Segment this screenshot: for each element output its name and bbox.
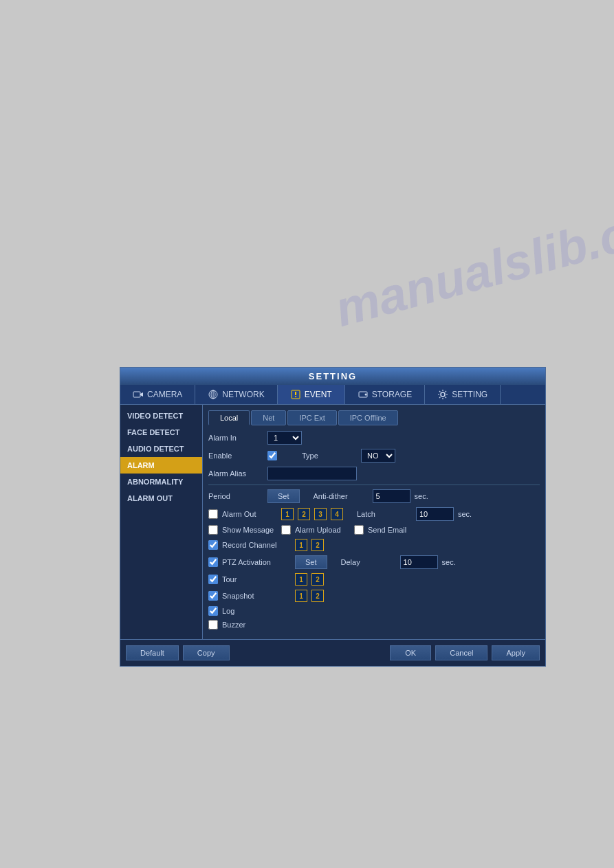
apply-button[interactable]: Apply [492, 645, 540, 660]
buzzer-label: Buzzer [222, 621, 277, 629]
alarm-out-num-1[interactable]: 1 [281, 508, 294, 520]
tour-checkbox[interactable] [208, 575, 218, 584]
sidebar-item-alarm-out[interactable]: ALARM OUT [120, 490, 202, 507]
tour-num-2[interactable]: 2 [311, 573, 324, 586]
sidebar-item-alarm[interactable]: ALARM [120, 457, 202, 474]
enable-type-row: Enable Type NO NC [208, 449, 540, 463]
period-set-button[interactable]: Set [267, 489, 300, 503]
type-select[interactable]: NO NC [361, 449, 395, 463]
ptz-activation-label: PTZ Activation [222, 558, 291, 566]
snapshot-num-1[interactable]: 1 [295, 590, 307, 602]
watermark: manualslib.com [329, 186, 614, 337]
nav-camera[interactable]: CAMERA [120, 385, 195, 404]
tab-local[interactable]: Local [208, 410, 250, 425]
alarm-alias-input[interactable] [267, 467, 357, 480]
default-button[interactable]: Default [126, 645, 179, 660]
camera-icon [133, 389, 144, 400]
alarm-in-label: Alarm In [208, 434, 263, 442]
alarm-out-num-4[interactable]: 4 [331, 508, 343, 520]
sidebar-item-audio-detect[interactable]: AUDIO DETECT [120, 441, 202, 457]
nav-event[interactable]: EVENT [278, 385, 345, 404]
enable-checkbox[interactable] [267, 451, 277, 460]
alarm-out-num-2[interactable]: 2 [298, 508, 310, 520]
bottom-left-buttons: Default Copy [126, 645, 230, 660]
alarm-in-row: Alarm In 1 2 3 4 [208, 431, 540, 445]
nav-storage[interactable]: STORAGE [345, 385, 425, 404]
storage-icon [358, 389, 369, 400]
sec-label-2: sec. [458, 510, 472, 518]
snapshot-row: Snapshot 1 2 [208, 590, 540, 602]
event-icon [290, 389, 301, 400]
form-section: Alarm In 1 2 3 4 Enable Type NO NC [208, 431, 540, 630]
tour-row: Tour 1 2 [208, 573, 540, 586]
type-label: Type [302, 452, 357, 460]
delay-label: Delay [341, 558, 396, 566]
tab-ipc-offline[interactable]: IPC Offline [338, 410, 398, 425]
enable-label: Enable [208, 452, 263, 460]
alarm-out-checkbox[interactable] [208, 509, 218, 519]
buzzer-row: Buzzer [208, 620, 540, 630]
alarm-out-label: Alarm Out [222, 510, 277, 518]
nav-network[interactable]: NETWORK [195, 385, 277, 404]
send-email-checkbox[interactable] [354, 525, 364, 535]
alarm-upload-label: Alarm Upload [295, 526, 350, 534]
show-message-checkbox[interactable] [208, 525, 218, 535]
alarm-alias-row: Alarm Alias [208, 467, 540, 480]
buzzer-checkbox[interactable] [208, 620, 218, 630]
log-label: Log [222, 607, 277, 615]
snapshot-label: Snapshot [222, 592, 291, 600]
settings-dialog: SETTING CAMERA NETWORK EVENT [120, 367, 546, 667]
record-num-1[interactable]: 1 [295, 539, 307, 551]
sidebar-item-face-detect[interactable]: FACE DETECT [120, 424, 202, 441]
ptz-set-button[interactable]: Set [295, 555, 327, 569]
tab-ipc-ext[interactable]: IPC Ext [287, 410, 336, 425]
tour-num-1[interactable]: 1 [295, 573, 307, 586]
alarm-in-select[interactable]: 1 2 3 4 [267, 431, 302, 445]
ptz-activation-checkbox[interactable] [208, 557, 218, 567]
cancel-button[interactable]: Cancel [435, 645, 487, 660]
log-checkbox[interactable] [208, 606, 218, 616]
svg-point-10 [441, 392, 445, 397]
show-message-label: Show Message [222, 526, 277, 534]
sidebar-item-abnormality[interactable]: ABNORMALITY [120, 474, 202, 490]
period-row: Period Set Anti-dither sec. [208, 489, 540, 503]
network-icon [208, 389, 219, 400]
dialog-title: SETTING [120, 368, 545, 385]
alarm-out-row: Alarm Out 1 2 3 4 Latch sec. [208, 507, 540, 521]
sub-tabs: Local Net IPC Ext IPC Offline [208, 410, 540, 425]
sidebar: VIDEO DETECT FACE DETECT AUDIO DETECT AL… [120, 405, 203, 639]
sec-label-3: sec. [442, 558, 456, 566]
record-channel-checkbox[interactable] [208, 540, 218, 550]
anti-dither-label: Anti-dither [314, 492, 369, 500]
svg-point-9 [364, 394, 366, 396]
tour-label: Tour [222, 575, 291, 583]
tab-net[interactable]: Net [251, 410, 286, 425]
latch-label: Latch [357, 510, 412, 518]
record-num-2[interactable]: 2 [311, 539, 324, 551]
latch-input[interactable] [416, 507, 454, 521]
sec-label-1: sec. [415, 492, 428, 500]
snapshot-checkbox[interactable] [208, 591, 218, 601]
ptz-activation-row: PTZ Activation Set Delay sec. [208, 555, 540, 569]
alarm-out-num-3[interactable]: 3 [314, 508, 327, 520]
ok-button[interactable]: OK [390, 645, 431, 660]
snapshot-num-2[interactable]: 2 [311, 590, 324, 602]
svg-marker-1 [140, 392, 143, 397]
content-area: Local Net IPC Ext IPC Offline Alarm In [203, 405, 545, 639]
main-layout: VIDEO DETECT FACE DETECT AUDIO DETECT AL… [120, 405, 545, 639]
record-channel-label: Record Channel [222, 541, 291, 549]
top-nav: CAMERA NETWORK EVENT STORAGE [120, 385, 545, 405]
svg-rect-0 [133, 392, 140, 397]
sidebar-item-video-detect[interactable]: VIDEO DETECT [120, 408, 202, 424]
alarm-upload-checkbox[interactable] [281, 525, 291, 535]
anti-dither-input[interactable] [373, 489, 410, 503]
svg-point-7 [295, 396, 296, 397]
copy-button[interactable]: Copy [183, 645, 230, 660]
message-upload-email-row: Show Message Alarm Upload Send Email [208, 525, 540, 535]
delay-input[interactable] [400, 555, 438, 569]
record-channel-row: Record Channel 1 2 [208, 539, 540, 551]
nav-setting[interactable]: SETTING [425, 385, 501, 404]
log-row: Log [208, 606, 540, 616]
setting-icon [437, 389, 448, 400]
period-label: Period [208, 492, 263, 500]
